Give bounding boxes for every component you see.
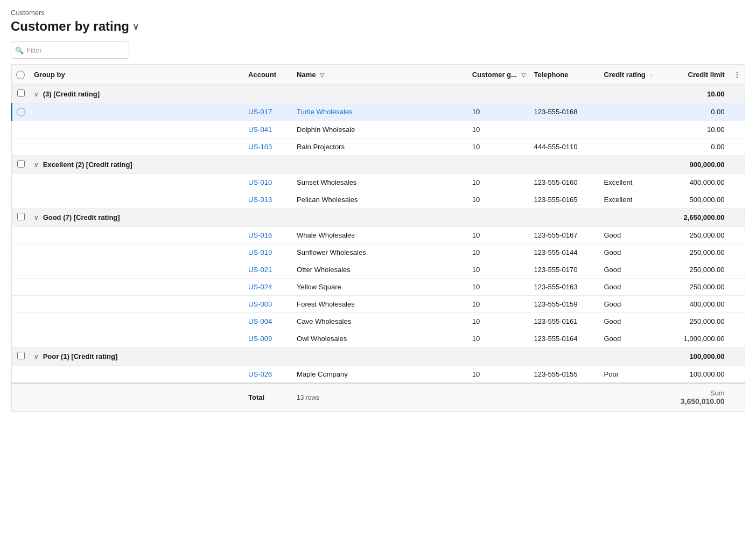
header-name[interactable]: Name ▽ bbox=[292, 65, 468, 85]
group-checkbox-cell[interactable] bbox=[12, 209, 30, 227]
row-name: Owl Wholesales bbox=[292, 330, 468, 348]
row-checkbox-cell[interactable] bbox=[12, 330, 30, 348]
table-row[interactable]: US-004 Cave Wholesales 10 123-555-0161 G… bbox=[12, 313, 745, 330]
row-account[interactable]: US-019 bbox=[244, 244, 292, 261]
row-account[interactable]: US-016 bbox=[244, 227, 292, 244]
footer-rows-cell: 13 rows bbox=[292, 383, 664, 412]
group-chevron-icon[interactable]: ∨ bbox=[34, 91, 39, 98]
row-checkbox-cell[interactable] bbox=[12, 261, 30, 279]
group-checkbox[interactable] bbox=[17, 213, 25, 220]
group-checkbox[interactable] bbox=[17, 89, 25, 97]
group-more bbox=[729, 156, 745, 174]
group-checkbox-cell[interactable] bbox=[12, 85, 30, 103]
group-checkbox-cell[interactable] bbox=[12, 156, 30, 174]
header-more[interactable]: ⋮ bbox=[729, 65, 745, 85]
row-name: Rain Projectors bbox=[292, 138, 468, 156]
row-account[interactable]: US-103 bbox=[244, 138, 292, 156]
row-more bbox=[729, 330, 745, 348]
row-checkbox-cell[interactable] bbox=[12, 138, 30, 156]
group-checkbox-cell[interactable] bbox=[12, 348, 30, 366]
row-account[interactable]: US-024 bbox=[244, 279, 292, 296]
row-account[interactable]: US-004 bbox=[244, 313, 292, 330]
title-chevron-icon[interactable]: ∨ bbox=[132, 22, 139, 32]
group-chevron-icon[interactable]: ∨ bbox=[34, 161, 39, 169]
group-label: Good (7) [Credit rating] bbox=[43, 213, 120, 221]
row-checkbox-cell[interactable] bbox=[12, 313, 30, 330]
account-link[interactable]: US-013 bbox=[248, 196, 272, 204]
row-radio-icon[interactable] bbox=[17, 108, 25, 116]
row-checkbox-cell[interactable] bbox=[12, 279, 30, 296]
account-link[interactable]: US-004 bbox=[248, 317, 272, 325]
row-checkbox-cell[interactable] bbox=[12, 227, 30, 244]
account-link[interactable]: US-017 bbox=[248, 108, 272, 116]
group-chevron-icon[interactable]: ∨ bbox=[34, 214, 39, 221]
row-creditlimit: 250,000.00 bbox=[664, 313, 729, 330]
account-link[interactable]: US-019 bbox=[248, 248, 272, 256]
account-link[interactable]: US-009 bbox=[248, 335, 272, 343]
table-row[interactable]: US-024 Yellow Square 10 123-555-0163 Goo… bbox=[12, 279, 745, 296]
row-checkbox-cell[interactable] bbox=[12, 366, 30, 384]
table-row[interactable]: US-016 Whale Wholesales 10 123-555-0167 … bbox=[12, 227, 745, 244]
account-link[interactable]: US-024 bbox=[248, 283, 272, 291]
row-account[interactable]: US-026 bbox=[244, 366, 292, 384]
row-checkbox-cell[interactable] bbox=[12, 174, 30, 191]
row-account[interactable]: US-009 bbox=[244, 330, 292, 348]
row-custg: 10 bbox=[468, 121, 530, 138]
account-link[interactable]: US-041 bbox=[248, 126, 272, 134]
footer-sum-label: Sum 3,650,010.00 bbox=[664, 383, 729, 412]
account-link[interactable]: US-003 bbox=[248, 300, 272, 308]
row-creditlimit: 0.00 bbox=[664, 103, 729, 121]
account-link[interactable]: US-026 bbox=[248, 370, 272, 378]
more-options-icon[interactable]: ⋮ bbox=[733, 71, 740, 79]
row-account[interactable]: US-010 bbox=[244, 174, 292, 191]
table-row[interactable]: US-103 Rain Projectors 10 444-555-0110 0… bbox=[12, 138, 745, 156]
account-link[interactable]: US-103 bbox=[248, 143, 272, 151]
table-row[interactable]: US-009 Owl Wholesales 10 123-555-0164 Go… bbox=[12, 330, 745, 348]
group-label-cell[interactable]: ∨ Excellent (2) [Credit rating] bbox=[30, 156, 664, 174]
row-account[interactable]: US-041 bbox=[244, 121, 292, 138]
table-row[interactable]: US-041 Dolphin Wholesale 10 10.00 bbox=[12, 121, 745, 138]
row-account[interactable]: US-013 bbox=[244, 191, 292, 209]
row-telephone: 123-555-0168 bbox=[530, 103, 600, 121]
row-account[interactable]: US-017 bbox=[244, 103, 292, 121]
table-row[interactable]: US-026 Maple Company 10 123-555-0155 Poo… bbox=[12, 366, 745, 384]
header-circle-icon[interactable] bbox=[16, 71, 25, 79]
table-row[interactable]: US-021 Otter Wholesales 10 123-555-0170 … bbox=[12, 261, 745, 279]
table-row[interactable]: US-013 Pelican Wholesales 10 123-555-016… bbox=[12, 191, 745, 209]
row-checkbox-cell[interactable] bbox=[12, 244, 30, 261]
table-row[interactable]: US-017 Turtle Wholesales 10 123-555-0168… bbox=[12, 103, 745, 121]
row-account[interactable]: US-021 bbox=[244, 261, 292, 279]
group-chevron-icon[interactable]: ∨ bbox=[34, 353, 39, 360]
row-account[interactable]: US-003 bbox=[244, 296, 292, 313]
row-checkbox-cell[interactable] bbox=[12, 121, 30, 138]
account-link[interactable]: US-016 bbox=[248, 231, 272, 239]
row-custg: 10 bbox=[468, 227, 530, 244]
row-checkbox-cell[interactable] bbox=[12, 191, 30, 209]
row-telephone: 123-555-0170 bbox=[530, 261, 600, 279]
group-checkbox[interactable] bbox=[17, 160, 25, 168]
account-link[interactable]: US-021 bbox=[248, 266, 272, 274]
row-telephone: 123-555-0164 bbox=[530, 330, 600, 348]
name-filter-icon[interactable]: ▽ bbox=[320, 72, 324, 78]
row-creditrating: Good bbox=[600, 279, 664, 296]
table-row[interactable]: US-003 Forest Wholesales 10 123-555-0159… bbox=[12, 296, 745, 313]
table-row[interactable]: US-019 Sunflower Wholesales 10 123-555-0… bbox=[12, 244, 745, 261]
filter-input[interactable] bbox=[11, 41, 129, 59]
account-link[interactable]: US-010 bbox=[248, 178, 272, 186]
row-checkbox-cell[interactable] bbox=[12, 103, 30, 121]
row-groupby-cell bbox=[30, 191, 244, 209]
row-checkbox-cell[interactable] bbox=[12, 296, 30, 313]
group-label-cell[interactable]: ∨ Good (7) [Credit rating] bbox=[30, 209, 664, 227]
row-telephone: 123-555-0159 bbox=[530, 296, 600, 313]
page-title-text: Customer by rating bbox=[11, 19, 129, 34]
table-row[interactable]: US-010 Sunset Wholesales 10 123-555-0160… bbox=[12, 174, 745, 191]
row-name: Turtle Wholesales bbox=[292, 103, 468, 121]
header-creditrating[interactable]: Credit rating ↑ bbox=[600, 65, 664, 85]
custg-filter-icon[interactable]: ▽ bbox=[521, 72, 526, 78]
group-checkbox[interactable] bbox=[17, 352, 25, 359]
header-custg[interactable]: Customer g... ▽ bbox=[468, 65, 530, 85]
group-label-cell[interactable]: ∨ (3) [Credit rating] bbox=[30, 85, 664, 103]
creditrating-sort-icon[interactable]: ↑ bbox=[649, 72, 653, 78]
group-label-cell[interactable]: ∨ Poor (1) [Credit rating] bbox=[30, 348, 664, 366]
row-name: Yellow Square bbox=[292, 279, 468, 296]
